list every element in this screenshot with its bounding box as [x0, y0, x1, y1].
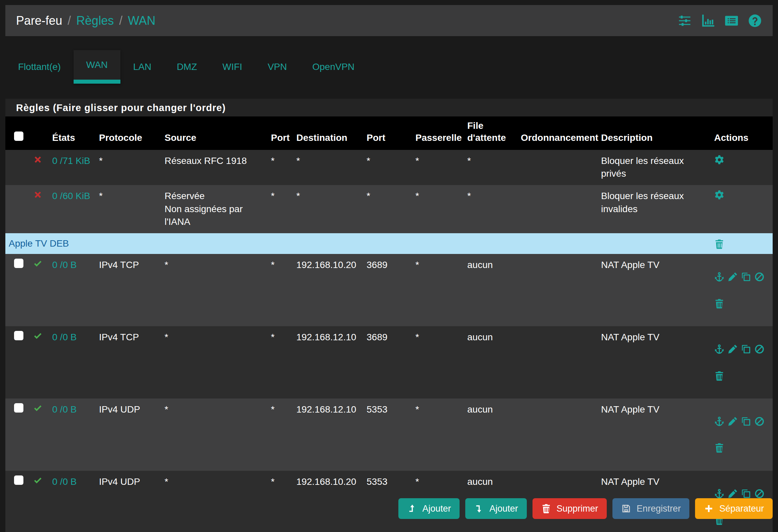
table-row[interactable]: 0 /0 B IPv4 TCP * * 192.168.12.10 3689 *… — [5, 326, 773, 398]
delete-icon[interactable] — [714, 298, 724, 309]
disable-icon[interactable] — [754, 344, 765, 354]
table-row[interactable]: 0 /60 KiB * Réservée Non assignées par l… — [5, 185, 773, 233]
states-link[interactable]: 0 /0 B — [52, 260, 77, 270]
trash-icon — [541, 504, 551, 514]
tab-wan[interactable]: WAN — [74, 50, 121, 84]
delete-icon[interactable] — [714, 371, 724, 381]
cell-schedule — [518, 150, 598, 185]
cell-status — [29, 398, 49, 471]
row-checkbox[interactable] — [14, 259, 23, 268]
cell-states: 0 /0 B — [49, 398, 96, 471]
header-select-all — [5, 117, 29, 150]
cell-port: * — [267, 254, 293, 326]
states-link[interactable]: 0 /71 KiB — [52, 156, 90, 166]
copy-icon[interactable] — [741, 488, 751, 499]
states-link[interactable]: 0 /60 KiB — [52, 191, 90, 201]
anchor-icon[interactable] — [714, 416, 724, 427]
cell-source: * — [161, 398, 267, 471]
cell-port: * — [267, 398, 293, 471]
cell-checkbox — [5, 471, 29, 532]
bar-chart-icon[interactable] — [701, 14, 715, 28]
header-etats: États — [49, 117, 96, 150]
cell-actions — [711, 233, 773, 254]
copy-icon[interactable] — [741, 416, 751, 427]
edit-icon[interactable] — [727, 416, 738, 427]
header-actions: Actions — [711, 117, 773, 150]
table-row[interactable]: 0 /0 B IPv4 TCP * * 192.168.10.20 3689 *… — [5, 254, 773, 326]
header-port: Port — [267, 117, 293, 150]
disable-icon[interactable] — [754, 488, 765, 499]
cell-checkbox — [5, 254, 29, 326]
cell-source: * — [161, 326, 267, 398]
delete-icon[interactable] — [714, 443, 724, 453]
tab-lan[interactable]: LAN — [121, 50, 164, 84]
edit-icon[interactable] — [727, 488, 738, 499]
row-checkbox[interactable] — [14, 403, 23, 412]
pass-icon — [33, 331, 43, 341]
tab-openvpn[interactable]: OpenVPN — [300, 50, 367, 84]
separator-button[interactable]: Séparateur — [695, 498, 773, 519]
edit-icon[interactable] — [727, 272, 738, 282]
anchor-icon[interactable] — [714, 488, 724, 499]
tab-flottante[interactable]: Flottant(e) — [5, 50, 74, 84]
tab-dmz[interactable]: DMZ — [164, 50, 210, 84]
cell-dest-port: 3689 — [363, 254, 412, 326]
cell-actions — [711, 254, 773, 326]
breadcrumb-separator: / — [119, 14, 123, 28]
cell-queue: * — [464, 150, 518, 185]
sliders-icon[interactable] — [678, 14, 692, 28]
row-checkbox[interactable] — [14, 331, 23, 340]
row-checkbox[interactable] — [14, 475, 23, 485]
rules-table: États Protocole Source Port Destination … — [5, 117, 773, 532]
plus-icon — [704, 504, 714, 514]
cell-schedule — [518, 254, 598, 326]
add-rule-bottom-button[interactable]: Ajouter — [465, 498, 527, 519]
level-down-icon — [474, 504, 484, 514]
disable-icon[interactable] — [754, 416, 765, 427]
copy-icon[interactable] — [741, 344, 751, 354]
table-row[interactable]: 0 /0 B IPv4 UDP * * 192.168.12.10 5353 *… — [5, 398, 773, 471]
states-link[interactable]: 0 /0 B — [52, 476, 77, 487]
cell-protocol: IPv4 UDP — [96, 471, 161, 532]
edit-icon[interactable] — [727, 344, 738, 354]
cell-checkbox — [5, 398, 29, 471]
delete-button[interactable]: Supprimer — [533, 498, 607, 519]
tab-vpn[interactable]: VPN — [255, 50, 300, 84]
states-link[interactable]: 0 /0 B — [52, 332, 77, 342]
header-destination: Destination — [293, 117, 363, 150]
table-header: États Protocole Source Port Destination … — [5, 117, 773, 150]
cell-destination: * — [293, 185, 363, 233]
add-rule-top-button[interactable]: Ajouter — [398, 498, 460, 519]
states-link[interactable]: 0 /0 B — [52, 404, 77, 414]
delete-icon[interactable] — [714, 239, 724, 249]
select-all-checkbox[interactable] — [14, 132, 23, 141]
table-row[interactable]: 0 /71 KiB * Réseaux RFC 1918 * * * * * B… — [5, 150, 773, 185]
cell-states: 0 /0 B — [49, 326, 96, 398]
cell-source: * — [161, 471, 267, 532]
cell-destination: 192.168.10.20 — [293, 471, 363, 532]
tab-wifi[interactable]: WIFI — [210, 50, 255, 84]
separator-label: Séparateur — [719, 504, 764, 514]
copy-icon[interactable] — [741, 272, 751, 282]
breadcrumb-link-wan[interactable]: WAN — [128, 14, 156, 28]
cell-dest-port: 5353 — [363, 398, 412, 471]
header-description: Description — [598, 117, 711, 150]
save-button[interactable]: Enregistrer — [612, 498, 689, 519]
cell-protocol: * — [96, 185, 161, 233]
help-icon[interactable] — [748, 14, 762, 28]
breadcrumb-link-regles[interactable]: Règles — [76, 14, 114, 28]
cell-protocol: * — [96, 150, 161, 185]
gear-icon[interactable] — [714, 155, 724, 165]
anchor-icon[interactable] — [714, 344, 724, 354]
cell-source: Réservée Non assignées par l'IANA — [161, 185, 267, 233]
rules-panel: Règles (Faire glisser pour changer l'ord… — [5, 99, 773, 532]
gear-icon[interactable] — [714, 190, 724, 200]
disable-icon[interactable] — [754, 272, 765, 282]
log-panel-icon[interactable] — [724, 14, 738, 28]
cell-dest-port: * — [363, 185, 412, 233]
header-port-dest: Port — [363, 117, 412, 150]
cell-schedule — [518, 326, 598, 398]
anchor-icon[interactable] — [714, 272, 724, 282]
separator-row[interactable]: Apple TV DEB — [5, 233, 773, 254]
header-status — [29, 117, 49, 150]
